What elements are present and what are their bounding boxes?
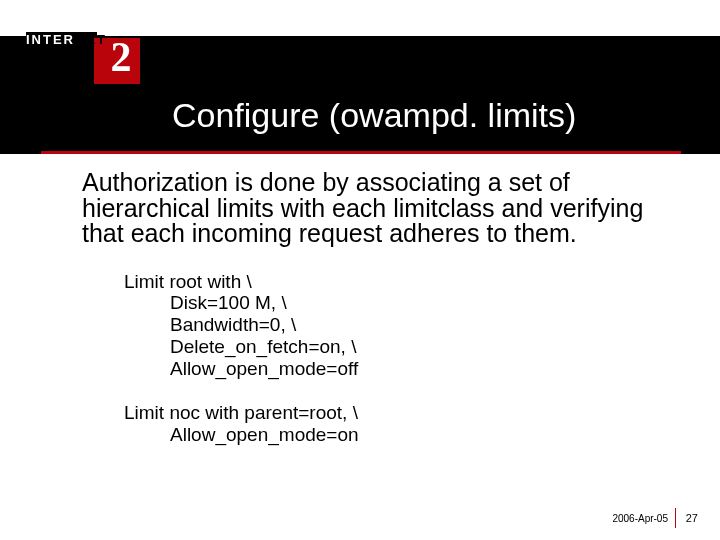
slide-title: Configure (owampd. limits) [172,96,672,135]
footer-divider [675,508,676,528]
logo-wordmark: INTERNET [26,32,148,50]
code-line: Disk=100 M, \ [124,292,652,314]
footer-page-number: 27 [686,512,698,524]
logo-word-left: INTER [26,32,75,47]
intro-paragraph: Authorization is done by associating a s… [82,170,652,247]
code-line: Bandwidth=0, \ [124,314,652,336]
code-block-noc: Limit noc with parent=root, \ Allow_open… [124,402,652,446]
code-line: Limit noc with parent=root, \ [124,402,652,424]
code-block-root: Limit root with \ Disk=100 M, \ Bandwidt… [124,271,652,446]
code-line: Allow_open_mode=on [124,424,652,446]
code-line: Allow_open_mode=off [124,358,652,380]
logo-word-right: NET [75,32,107,47]
footer-date: 2006-Apr-05 [612,513,668,524]
code-line: Limit root with \ [124,271,652,293]
internet2-logo: 2 INTERNET ® [26,32,148,86]
slide-body: Authorization is done by associating a s… [82,170,652,445]
code-line: Delete_on_fetch=on, \ [124,336,652,358]
registered-mark: ® [150,60,160,75]
header-rule [41,151,681,154]
